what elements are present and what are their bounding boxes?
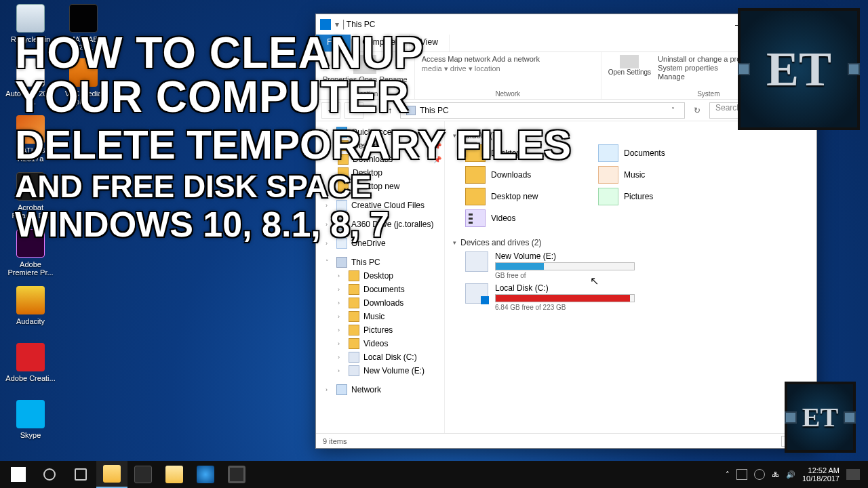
sidebar-item-downloads[interactable]: Downloads📌 (319, 152, 444, 166)
label: MATLAB R20... (58, 35, 108, 52)
taskbar-search-button[interactable] (34, 461, 65, 488)
taskbar-edge[interactable] (190, 461, 221, 488)
desktop-icon-vlc[interactable]: VLC media pla... (58, 58, 108, 106)
drive-name: Local Disk (C:) (495, 283, 635, 293)
label: Adobe Premiere Pr... (5, 260, 56, 277)
taskbar-file-explorer[interactable] (96, 461, 127, 488)
sidebar-item-thispc[interactable]: ˅This PC (319, 256, 444, 269)
sidebar-item-desktop[interactable]: Desktop📌 (319, 139, 444, 152)
nav-back-button[interactable]: ← (321, 102, 340, 119)
sidebar-item-onedrive[interactable]: ›OneDrive (319, 237, 444, 250)
open-settings-button[interactable] (620, 55, 639, 68)
pin-icon: 📌 (433, 142, 441, 150)
sidebar-item-network[interactable]: ›Network (319, 383, 444, 396)
taskbar-folder[interactable] (159, 461, 190, 488)
desktop-icon-matlab-a[interactable]: MATLAB R2017a (5, 115, 56, 163)
matlab-icon (69, 4, 98, 33)
drive-e[interactable]: New Volume (E:) GB free of (465, 251, 635, 279)
folder-music[interactable]: Music (598, 166, 713, 184)
desktop-icon-audacity[interactable]: Audacity (5, 286, 56, 325)
desktop-icon-creative-cloud[interactable]: Adobe Creati... (5, 343, 56, 382)
task-view-button[interactable] (65, 461, 96, 488)
ribbon-group-network: Access Map network Add a network media ▾… (415, 52, 601, 99)
tray-icon[interactable] (736, 469, 747, 480)
sidebar-item-label: Documents (363, 285, 405, 294)
ribbon-group-location: Properties Open Rename Location (316, 52, 415, 99)
folder-icon (338, 167, 349, 178)
sidebar-item-label: This PC (351, 258, 380, 267)
label: Audacity (5, 317, 56, 325)
videos-icon (465, 209, 486, 227)
tab-file[interactable]: File (316, 35, 351, 52)
sidebar-item-sub-pictures[interactable]: ›Pictures (319, 323, 444, 337)
sidebar: ˅Quick access Desktop📌 Downloads📌 Deskto… (316, 121, 445, 433)
taskbar-obs[interactable] (221, 461, 252, 488)
drive-sub: GB free of (495, 272, 635, 279)
section-devices[interactable]: Devices and drives (2) (453, 234, 808, 249)
sidebar-item-a360[interactable]: ›A360 Drive (jc.toralles) (319, 218, 444, 231)
folder-documents[interactable]: Documents (598, 144, 713, 162)
nav-forward-button[interactable]: → (344, 102, 363, 119)
onedrive-icon (336, 238, 347, 249)
nav-up-button[interactable]: ↑ (384, 102, 396, 119)
tray-chevron-icon[interactable]: ˄ (726, 470, 730, 479)
folder-pictures[interactable]: Pictures (598, 188, 713, 205)
desktop-icon-acrobat[interactable]: Acrobat Reader DC (5, 172, 56, 220)
sidebar-item-quick-access[interactable]: ˅Quick access (319, 125, 444, 139)
drive-sub: 6.84 GB free of 223 GB (495, 304, 635, 311)
tab-computer[interactable]: Computer (351, 35, 410, 52)
action-center-icon[interactable] (846, 469, 860, 480)
window-title: This PC (347, 20, 376, 29)
network-icon[interactable]: 🖧 (772, 470, 779, 479)
label: Acrobat Reader DC (5, 203, 56, 220)
drive-icon (465, 283, 488, 304)
tab-view[interactable]: View (410, 35, 450, 52)
pin-icon: 📌 (433, 156, 441, 163)
sidebar-item-label: Local Disk (C:) (363, 352, 417, 362)
desktop-icon-recycle-bin[interactable]: Recycle Bin (5, 4, 56, 43)
folder-downloads[interactable]: Downloads (465, 166, 580, 184)
sidebar-item-sub-music[interactable]: ›Music (319, 310, 444, 323)
content-pane: Folders (7) Desktop Documents Downloads … (445, 121, 816, 433)
sidebar-item-sub-videos[interactable]: ›Videos (319, 337, 444, 350)
desktop-icon-autocad[interactable]: AutoCAD 2017 - ... (5, 58, 56, 106)
volume-icon[interactable]: 🔊 (786, 470, 795, 479)
folder-icon (349, 270, 359, 281)
start-button[interactable] (3, 461, 34, 488)
folder-desktop-new[interactable]: Desktop new (465, 188, 580, 205)
sidebar-item-sub-documents[interactable]: ›Documents (319, 283, 444, 296)
creative-cloud-icon (16, 343, 45, 371)
nav-recent-button[interactable]: ▾ (368, 102, 380, 119)
label: Pictures (624, 192, 653, 201)
drive-c[interactable]: Local Disk (C:) 6.84 GB free of 223 GB (465, 283, 635, 311)
sidebar-item-desktop-new[interactable]: Desktop new (319, 180, 444, 193)
tray-icon[interactable] (754, 469, 765, 480)
desktop-icon-premiere[interactable]: Adobe Premiere Pr... (5, 229, 56, 277)
sidebar-item-creative-cloud[interactable]: ›Creative Cloud Files (319, 199, 444, 212)
folder-desktop[interactable]: Desktop (465, 144, 580, 162)
taskbar-store[interactable] (127, 461, 159, 488)
ribbon-caption: Network (422, 90, 594, 98)
properties-button[interactable] (353, 55, 376, 74)
obs-icon (228, 466, 245, 483)
sidebar-item-desktop2[interactable]: Desktop (319, 166, 444, 180)
refresh-button[interactable]: ↻ (689, 106, 705, 115)
folder-videos[interactable]: Videos (465, 209, 580, 227)
address-bar[interactable]: This PC ˅ (400, 102, 685, 119)
folder-icon (349, 311, 359, 322)
drive-usage-bar (495, 262, 635, 270)
taskbar-clock[interactable]: 12:52 AM 10/18/2017 (802, 466, 840, 483)
sidebar-item-sub-downloads[interactable]: ›Downloads (319, 296, 444, 310)
label: Videos (491, 214, 515, 223)
desktop-icon-skype[interactable]: Skype (5, 400, 56, 439)
audacity-icon (16, 286, 45, 314)
sidebar-item-sub-drive-e[interactable]: ›New Volume (E:) (319, 364, 444, 378)
sidebar-item-sub-drive-c[interactable]: ›Local Disk (C:) (319, 350, 444, 364)
address-dropdown-icon[interactable]: ˅ (667, 106, 679, 114)
sidebar-item-sub-desktop[interactable]: ›Desktop (319, 269, 444, 283)
label: Music (624, 170, 645, 180)
thispc-icon (320, 19, 331, 30)
desktop-icon-matlab-b[interactable]: MATLAB R20... (58, 4, 108, 52)
status-bar: 9 items (316, 433, 816, 448)
drive-icon (349, 352, 359, 363)
